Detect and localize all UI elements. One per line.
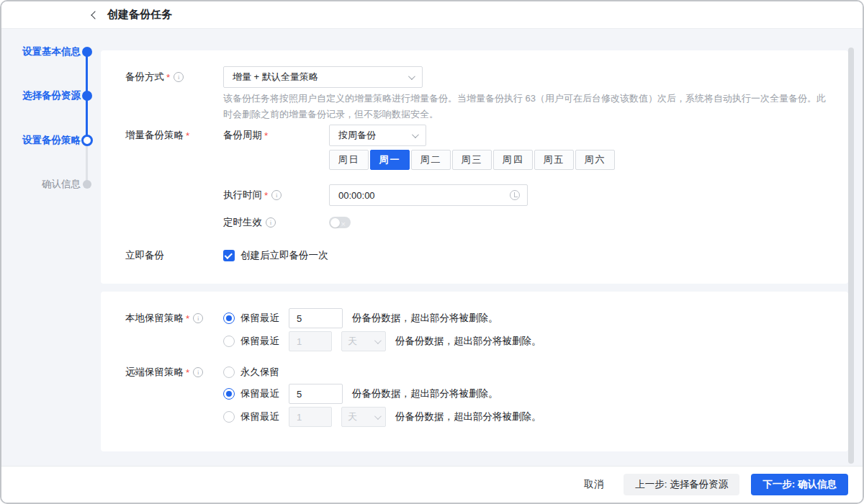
local-retention-option-count: 保留最近 份备份数据，超出部分将被删除。 <box>223 308 498 328</box>
step-item-select-resource[interactable]: 选择备份资源 <box>1 89 101 102</box>
local-retention-label: 本地保留策略 <box>125 312 184 325</box>
backup-now-option-row: 创建后立即备份一次 <box>223 248 328 263</box>
prev-step-button[interactable]: 上一步: 选择备份资源 <box>624 474 739 495</box>
weekday-label: 周二 <box>420 153 442 166</box>
radio-button-selected[interactable] <box>223 312 235 324</box>
incremental-policy-label-row: 增量备份策略 * <box>125 125 189 146</box>
info-icon[interactable] <box>174 72 184 82</box>
exec-time-field[interactable] <box>329 184 528 206</box>
info-icon[interactable] <box>193 313 203 323</box>
weekday-button-monday[interactable]: 周一 <box>370 150 410 170</box>
backup-cycle-select[interactable]: 按周备份 <box>329 125 426 146</box>
weekday-label: 周日 <box>338 153 360 166</box>
local-retention-option-days: 保留最近 天 份备份数据，超出部分将被删除。 <box>223 331 541 351</box>
backup-cycle-label: 备份周期 <box>223 129 262 142</box>
weekday-label: 周三 <box>462 153 483 166</box>
step-item-backup-policy[interactable]: 设置备份策略 <box>1 134 101 147</box>
chevron-down-icon <box>374 413 382 420</box>
backup-method-select[interactable]: 增量 + 默认全量策略 <box>223 66 423 88</box>
local-retention-count-input[interactable] <box>289 308 343 328</box>
retention-suffix: 份备份数据，超出部分将被删除。 <box>352 387 498 400</box>
backup-now-option-label: 创建后立即备份一次 <box>240 249 328 262</box>
retention-prefix: 保留最近 <box>240 387 279 400</box>
backup-now-label-row: 立即备份 <box>125 248 164 263</box>
info-icon[interactable] <box>266 217 276 228</box>
radio-button[interactable] <box>223 366 235 378</box>
schedule-toggle[interactable] <box>329 217 351 228</box>
chevron-down-icon <box>374 337 382 344</box>
weekday-label: 周六 <box>585 153 606 166</box>
weekday-label: 周五 <box>544 153 565 166</box>
info-icon[interactable] <box>193 367 203 377</box>
backup-method-select-value: 增量 + 默认全量策略 <box>233 71 318 84</box>
step-dot-done-icon <box>82 91 92 101</box>
remote-retention-count-input[interactable] <box>289 384 343 404</box>
local-retention-unit-select[interactable]: 天 <box>341 331 386 351</box>
chevron-down-icon <box>408 73 415 80</box>
topbar: 创建备份任务 <box>1 1 863 29</box>
weekday-button-friday[interactable]: 周五 <box>534 150 574 170</box>
clock-icon <box>510 190 520 200</box>
unit-select-value: 天 <box>348 335 357 348</box>
cancel-button[interactable]: 取消 <box>578 474 609 495</box>
required-mark: * <box>264 190 268 201</box>
step-label: 设置基本信息 <box>22 45 81 58</box>
weekday-button-group: 周日 周一 周二 周三 周四 周五 周六 <box>329 150 615 170</box>
radio-button-selected[interactable] <box>223 388 235 400</box>
backup-method-label: 备份方式 <box>125 71 164 84</box>
step-dot-pending-icon <box>83 180 91 189</box>
required-mark: * <box>186 313 189 324</box>
weekday-label: 周四 <box>503 153 524 166</box>
required-mark: * <box>186 367 189 378</box>
step-dot-current-icon <box>81 135 93 146</box>
step-label: 确认信息 <box>42 178 81 191</box>
step-label: 设置备份策略 <box>22 134 81 147</box>
backup-method-label-row: 备份方式 * <box>125 66 184 88</box>
weekday-button-tuesday[interactable]: 周二 <box>411 150 451 170</box>
toggle-off-icon <box>341 217 348 228</box>
toggle-knob <box>330 218 340 228</box>
chevron-down-icon <box>412 131 419 138</box>
retention-suffix: 份备份数据，超出部分将被删除。 <box>395 335 541 348</box>
backup-cycle-label-row: 备份周期 * <box>223 125 268 146</box>
back-button[interactable] <box>89 9 102 22</box>
weekday-button-thursday[interactable]: 周四 <box>493 150 533 170</box>
remote-retention-option-permanent: 永久保留 <box>223 364 279 380</box>
step-item-basic-info[interactable]: 设置基本信息 <box>1 45 101 58</box>
backup-method-help-text: 该备份任务将按照用户自定义的增量策略进行增量备份。当增量备份执行 63（用户可在… <box>223 91 831 122</box>
weekday-button-wednesday[interactable]: 周三 <box>452 150 492 170</box>
backup-now-label: 立即备份 <box>125 249 164 262</box>
weekday-button-sunday[interactable]: 周日 <box>329 150 369 170</box>
step-dot-done-icon <box>82 47 92 57</box>
retention-policy-panel: 本地保留策略 * 保留最近 份备份数据，超出部分将被删除。 保留最近 天 份备份… <box>101 292 848 451</box>
radio-button[interactable] <box>223 336 235 347</box>
exec-time-input[interactable] <box>330 185 510 205</box>
footer-action-bar: 取消 上一步: 选择备份资源 下一步: 确认信息 <box>1 466 863 503</box>
weekday-label: 周一 <box>379 153 401 166</box>
info-icon[interactable] <box>271 190 282 200</box>
retention-prefix: 保留最近 <box>240 335 279 348</box>
remote-retention-option-days: 保留最近 天 份备份数据，超出部分将被删除。 <box>223 407 541 427</box>
remote-retention-label: 远端保留策略 <box>125 366 184 379</box>
unit-select-value: 天 <box>348 410 357 423</box>
incremental-policy-label: 增量备份策略 <box>125 129 184 142</box>
backup-now-checkbox[interactable] <box>223 250 235 261</box>
local-retention-label-row: 本地保留策略 * <box>125 308 203 328</box>
step-label: 选择备份资源 <box>22 89 81 102</box>
retention-suffix: 份备份数据，超出部分将被删除。 <box>395 410 541 423</box>
exec-time-label: 执行时间 <box>223 189 262 202</box>
weekday-button-saturday[interactable]: 周六 <box>575 150 615 170</box>
step-item-confirm-info[interactable]: 确认信息 <box>1 178 101 191</box>
remote-retention-option-count: 保留最近 份备份数据，超出部分将被删除。 <box>223 384 498 404</box>
scrollbar-thumb[interactable] <box>848 48 854 464</box>
required-mark: * <box>166 72 170 83</box>
remote-retention-days-input[interactable] <box>289 407 332 427</box>
radio-button[interactable] <box>223 411 235 423</box>
exec-time-label-row: 执行时间 * <box>223 184 282 206</box>
next-step-button[interactable]: 下一步: 确认信息 <box>751 474 848 495</box>
local-retention-days-input[interactable] <box>289 331 332 351</box>
backup-cycle-select-value: 按周备份 <box>338 129 376 142</box>
back-icon <box>91 11 99 19</box>
schedule-toggle-label-row: 定时生效 <box>223 215 276 230</box>
remote-retention-unit-select[interactable]: 天 <box>341 407 386 427</box>
